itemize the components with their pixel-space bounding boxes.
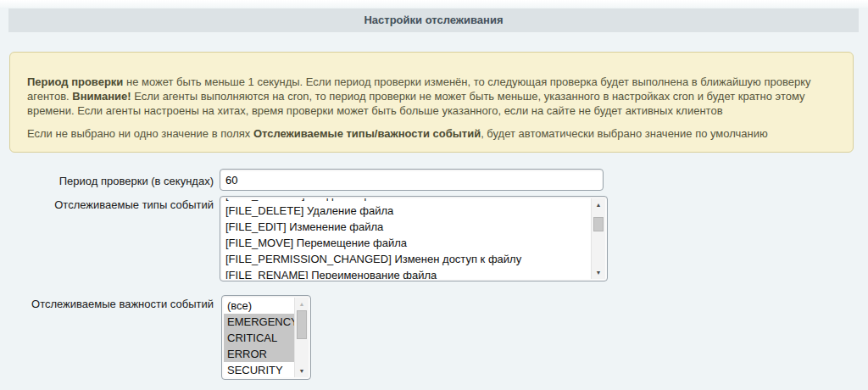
- select-option[interactable]: SECURITY: [224, 362, 295, 377]
- select-option[interactable]: ERROR: [224, 346, 295, 362]
- select-option[interactable]: [FILE_EDIT] Изменение файла: [222, 219, 592, 235]
- event-severity-list: (все)EMERGENCYCRITICALERRORSECURITY: [224, 298, 295, 377]
- event-types-select[interactable]: [FILE_CREATE] Создание файла [FILE_DELET…: [220, 196, 608, 281]
- select-option[interactable]: [FILE_DELETE] Удаление файла: [222, 203, 592, 219]
- scroll-down-icon[interactable]: ▼: [295, 365, 309, 376]
- scroll-up-icon[interactable]: ▲: [295, 298, 309, 309]
- select-option[interactable]: (все): [224, 298, 295, 314]
- page-title: Настройки отслеживания: [8, 8, 859, 32]
- info-paragraph-period: Период проверки не может быть меньше 1 с…: [27, 75, 836, 118]
- scroll-down-icon[interactable]: ▼: [592, 267, 605, 278]
- settings-page: Настройки отслеживания Период проверки н…: [0, 0, 868, 390]
- event-severity-select[interactable]: (все)EMERGENCYCRITICALERRORSECURITY ▲ ▼: [221, 295, 311, 380]
- event-severity-scrollbar[interactable]: ▲ ▼: [294, 298, 309, 377]
- select-option[interactable]: [FILE_MOVE] Перемещение файла: [222, 235, 592, 251]
- scrollbar-thumb[interactable]: [297, 310, 307, 339]
- top-strip: [0, 0, 868, 8]
- select-option[interactable]: CRITICAL: [224, 330, 295, 346]
- select-option[interactable]: [FILE_PERMISSION_CHANGED] Изменен доступ…: [222, 251, 592, 267]
- check-period-input[interactable]: [220, 169, 604, 191]
- info-message: Период проверки не может быть меньше 1 с…: [9, 52, 854, 153]
- event-types-scrollbar[interactable]: ▲ ▼: [591, 198, 605, 279]
- scrollbar-thumb[interactable]: [593, 217, 604, 231]
- select-option[interactable]: [FILE_RENAME] Переименование файла: [222, 267, 592, 279]
- event-types-label: Отслеживаемые типы событий: [0, 198, 214, 211]
- event-severity-label: Отслеживаемые важности событий: [0, 298, 214, 310]
- info-paragraph-default: Если не выбрано ни одно значение в полях…: [27, 126, 836, 141]
- check-period-label: Период проверки (в секундах): [0, 175, 214, 187]
- event-types-list: [FILE_CREATE] Создание файла [FILE_DELET…: [222, 198, 592, 279]
- select-option[interactable]: EMERGENCY: [224, 314, 295, 330]
- scroll-up-icon[interactable]: ▲: [592, 199, 605, 210]
